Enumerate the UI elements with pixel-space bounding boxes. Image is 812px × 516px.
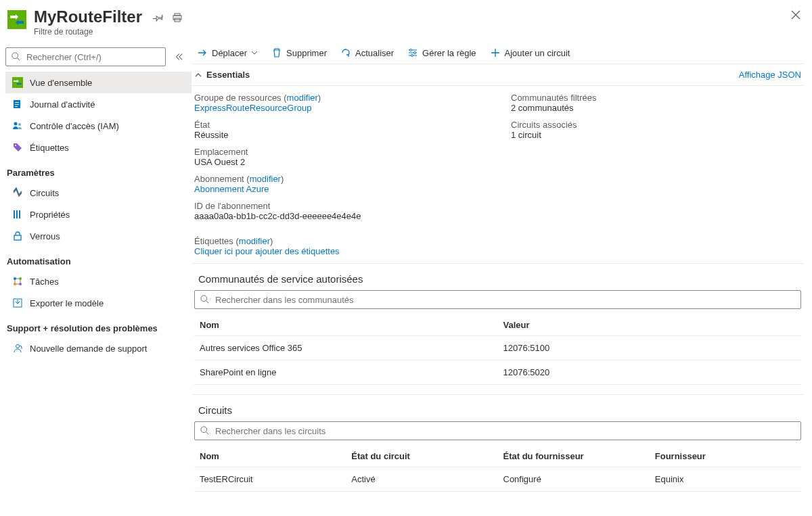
- associated-circuits-value: 1 circuit: [511, 130, 541, 140]
- sidebar-item-locks[interactable]: Verrous: [5, 225, 191, 247]
- sidebar-item-support[interactable]: Nouvelle demande de support: [5, 337, 191, 359]
- refresh-button[interactable]: Actualiser: [340, 47, 394, 58]
- modify-link[interactable]: modifier: [239, 236, 270, 246]
- sidebar-item-iam[interactable]: Contrôle d'accès (IAM): [5, 115, 191, 137]
- location-value: USA Ouest 2: [194, 157, 245, 167]
- status-value: Réussite: [194, 130, 229, 140]
- circuits-col-provider-state: État du fournisseur: [498, 446, 650, 467]
- add-circuit-button[interactable]: Ajouter un circuit: [490, 47, 570, 58]
- main-content: Déplacer Supprimer Actualiser: [191, 42, 812, 492]
- circuits-search-input[interactable]: [214, 425, 795, 437]
- circuits-search[interactable]: [194, 421, 801, 440]
- sidebar-item-label: Propriétés: [30, 210, 70, 220]
- associated-circuits-label: Circuits associés: [511, 120, 577, 130]
- svg-point-18: [19, 277, 22, 280]
- svg-rect-7: [15, 102, 19, 103]
- svg-rect-14: [16, 210, 18, 218]
- sidebar-search-input[interactable]: [25, 51, 160, 63]
- sidebar-section-settings: Paramètres: [5, 158, 191, 182]
- chevron-down-icon: [251, 49, 258, 56]
- sidebar-item-label: Exporter le modèle: [30, 298, 104, 308]
- page-header: MyRouteFilter Filtre de routage: [0, 0, 812, 42]
- communities-search-input[interactable]: [214, 294, 795, 306]
- essentials-body: Groupe de ressources (modifier) ExpressR…: [191, 86, 804, 236]
- lock-icon: [12, 231, 23, 241]
- refresh-icon: [340, 47, 351, 58]
- svg-point-19: [14, 283, 16, 285]
- manage-rule-button[interactable]: Gérer la règle: [407, 47, 476, 58]
- svg-point-25: [411, 55, 413, 57]
- table-row[interactable]: Autres services Office 365 12076:5100: [194, 336, 801, 360]
- subscription-label: Abonnement (modifier): [194, 174, 284, 184]
- communities-col-name: Nom: [194, 314, 498, 336]
- sidebar-collapse-button[interactable]: [171, 49, 186, 64]
- resource-group-value[interactable]: ExpressRouteResourceGroup: [194, 103, 311, 113]
- sidebar-item-circuits[interactable]: Circuits: [5, 182, 191, 204]
- page-subtitle: Filtre de routage: [34, 27, 142, 37]
- resource-group-label: Groupe de ressources (modifier): [194, 93, 321, 103]
- toolbar: Déplacer Supprimer Actualiser: [191, 42, 804, 64]
- svg-point-23: [410, 49, 412, 51]
- pin-button[interactable]: [153, 12, 164, 23]
- sidebar-section-support: Support + résolution des problèmes: [5, 314, 191, 337]
- sidebar-item-export[interactable]: Exporter le modèle: [5, 292, 191, 314]
- subscription-id-value: aaaa0a0a-bb1b-cc2c-dd3d-eeeeee4e4e4e: [194, 211, 361, 221]
- plus-icon: [490, 47, 501, 58]
- modify-link[interactable]: modifier: [250, 174, 281, 184]
- communities-section: Communautés de service autorisées Nom Va…: [191, 263, 804, 385]
- svg-point-24: [414, 52, 416, 54]
- sidebar: Vue d'ensemble Journal d'activité Contrô…: [0, 42, 191, 492]
- modify-link[interactable]: modifier: [287, 93, 318, 103]
- circuits-col-name: Nom: [194, 446, 346, 467]
- move-button[interactable]: Déplacer: [197, 47, 258, 58]
- sidebar-item-label: Nouvelle demande de support: [30, 344, 147, 354]
- sidebar-search[interactable]: [5, 47, 166, 66]
- circuits-section: Circuits Nom État du circuit État du fou…: [191, 394, 804, 492]
- sidebar-item-properties[interactable]: Propriétés: [5, 204, 191, 225]
- table-row[interactable]: TestERCircuit Activé Configuré Equinix: [194, 467, 801, 492]
- svg-point-11: [18, 123, 21, 126]
- sidebar-item-label: Étiquettes: [30, 143, 69, 153]
- svg-rect-9: [15, 106, 18, 107]
- table-row[interactable]: SharePoint en ligne 12076:5020: [194, 360, 801, 385]
- svg-point-20: [19, 283, 22, 285]
- sidebar-item-label: Tâches: [30, 277, 59, 287]
- circuits-table: Nom État du circuit État du fournisseur …: [194, 446, 801, 492]
- sidebar-item-activity[interactable]: Journal d'activité: [5, 93, 191, 115]
- sidebar-section-automation: Automatisation: [5, 247, 191, 271]
- sidebar-item-label: Verrous: [30, 231, 60, 241]
- svg-rect-5: [12, 77, 23, 88]
- add-tags-link[interactable]: Cliquer ici pour ajouter des étiquettes: [194, 246, 340, 256]
- svg-rect-16: [14, 235, 21, 240]
- sidebar-item-overview[interactable]: Vue d'ensemble: [5, 72, 191, 93]
- essentials-header[interactable]: Essentials Affichage JSON: [191, 64, 804, 86]
- svg-rect-8: [15, 104, 19, 105]
- close-button[interactable]: [790, 9, 801, 20]
- trash-icon: [271, 47, 282, 58]
- sidebar-item-label: Contrôle d'accès (IAM): [30, 121, 119, 131]
- json-view-link[interactable]: Affichage JSON: [739, 70, 801, 80]
- svg-rect-13: [14, 210, 15, 218]
- subscription-value[interactable]: Abonnement Azure: [194, 184, 269, 194]
- print-button[interactable]: [172, 12, 183, 23]
- circuits-title: Circuits: [194, 400, 801, 421]
- svg-point-10: [14, 122, 18, 126]
- filtered-communities-value: 2 communautés: [511, 103, 574, 113]
- tags-row: Étiquettes (modifier) Cliquer ici pour a…: [191, 236, 804, 263]
- activity-log-icon: [12, 99, 23, 110]
- sliders-icon: [407, 47, 418, 58]
- sidebar-item-tags[interactable]: Étiquettes: [5, 137, 191, 158]
- svg-rect-15: [19, 210, 20, 218]
- sidebar-item-label: Circuits: [30, 188, 59, 198]
- essentials-label: Essentials: [206, 70, 250, 80]
- svg-point-22: [16, 345, 20, 348]
- svg-point-26: [201, 296, 207, 302]
- circuits-col-provider: Fournisseur: [650, 446, 801, 467]
- circuits-icon: [12, 187, 23, 198]
- svg-point-4: [12, 53, 18, 59]
- sidebar-item-tasks[interactable]: Tâches: [5, 271, 191, 292]
- delete-button[interactable]: Supprimer: [271, 47, 327, 58]
- communities-search[interactable]: [194, 290, 801, 309]
- communities-col-value: Valeur: [498, 314, 802, 336]
- status-label: État: [194, 120, 210, 130]
